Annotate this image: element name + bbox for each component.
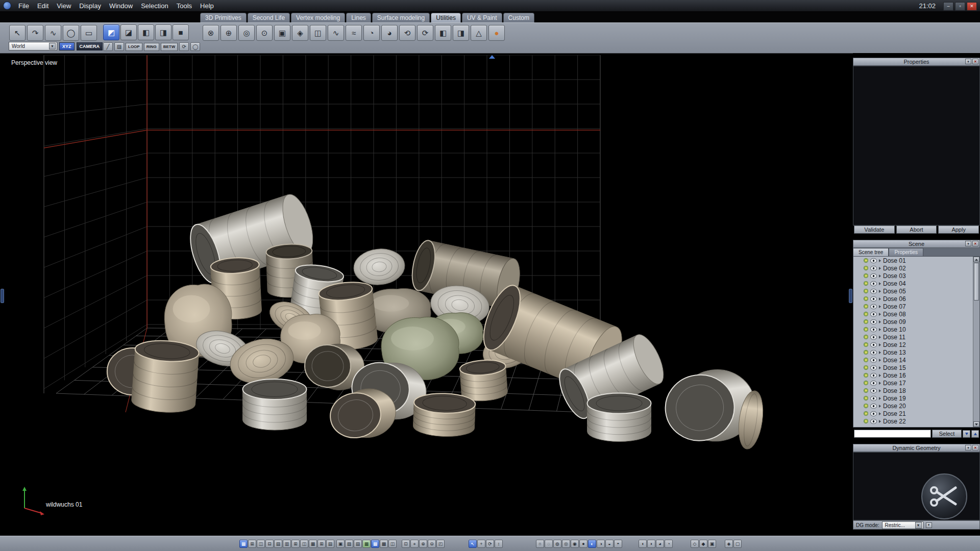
tab-custom[interactable]: Custom bbox=[503, 13, 534, 22]
visibility-toggle-icon[interactable] bbox=[870, 419, 877, 424]
expand-caret-icon[interactable] bbox=[879, 374, 881, 377]
visibility-toggle-icon[interactable] bbox=[870, 358, 877, 363]
toggle-rows-icon[interactable]: ▤ bbox=[354, 540, 362, 548]
scene-tree-item-dose-20[interactable]: Dose 20 bbox=[853, 402, 979, 410]
close-button[interactable]: ✕ bbox=[967, 2, 977, 11]
select-cursor-icon[interactable]: ↖ bbox=[469, 540, 477, 548]
layout-5-icon[interactable]: ▤ bbox=[274, 540, 282, 548]
center-selection-icon[interactable]: ⌖ bbox=[410, 540, 419, 548]
toggle-props-icon[interactable]: ▣ bbox=[336, 540, 345, 548]
taper-tool-icon[interactable]: ◔ bbox=[363, 25, 380, 41]
fit-view-icon[interactable]: ⊡ bbox=[402, 540, 410, 548]
paint-select-icon[interactable]: ▨ bbox=[114, 42, 124, 51]
scene-tree-item-dose-02[interactable]: Dose 02 bbox=[853, 264, 979, 272]
viewport-3d[interactable]: Perspective view wildwuchs 01 bbox=[4, 55, 850, 535]
vertex-mode-icon[interactable]: ◩ bbox=[103, 24, 119, 40]
left-panel-handle[interactable] bbox=[1, 289, 4, 303]
tab-surface-modeling[interactable]: Surface modeling bbox=[372, 13, 430, 22]
zoom-out-icon[interactable]: ⊖ bbox=[428, 540, 436, 548]
orbit-tool-icon[interactable]: ⟳ bbox=[486, 540, 494, 548]
thickness-tool-icon[interactable]: ⟳ bbox=[417, 25, 433, 41]
scene-tree-item-dose-19[interactable]: Dose 19 bbox=[853, 394, 979, 402]
expand-caret-icon[interactable] bbox=[879, 328, 881, 331]
soft-select-mode-icon[interactable]: ■ bbox=[173, 24, 189, 40]
scene-tree-item-dose-05[interactable]: Dose 05 bbox=[853, 287, 979, 295]
visibility-toggle-icon[interactable] bbox=[870, 289, 877, 294]
decimate-tool-icon[interactable]: △ bbox=[471, 25, 487, 41]
layout-9-icon[interactable]: ▦ bbox=[309, 540, 317, 548]
face-mode-icon[interactable]: ◧ bbox=[138, 24, 154, 40]
expand-caret-icon[interactable] bbox=[879, 336, 881, 339]
normals-off-icon[interactable]: ◔ bbox=[665, 540, 673, 548]
visibility-toggle-icon[interactable] bbox=[870, 342, 877, 347]
visibility-toggle-icon[interactable] bbox=[870, 365, 877, 370]
grow-selection-icon[interactable]: ⟳ bbox=[179, 42, 189, 51]
normals-back-icon[interactable]: ◗ bbox=[647, 540, 655, 548]
visibility-toggle-icon[interactable] bbox=[870, 335, 877, 340]
multi-copy-tool-icon[interactable]: ◫ bbox=[310, 25, 326, 41]
expand-caret-icon[interactable] bbox=[879, 320, 881, 323]
visibility-toggle-icon[interactable] bbox=[870, 281, 877, 286]
scene-tree-item-dose-18[interactable]: Dose 18 bbox=[853, 387, 979, 394]
scene-tree-item-dose-12[interactable]: Dose 12 bbox=[853, 341, 979, 348]
visibility-toggle-icon[interactable] bbox=[870, 319, 877, 324]
viewport-top-handle[interactable] bbox=[489, 55, 495, 59]
select-prev-icon[interactable] bbox=[963, 430, 970, 438]
circle-select-icon[interactable]: ◯ bbox=[63, 25, 79, 41]
normals-both-icon[interactable]: ◕ bbox=[656, 540, 664, 548]
select-button[interactable]: Select bbox=[932, 430, 962, 438]
shrink-selection-icon[interactable]: ◯ bbox=[190, 42, 200, 51]
toggle-panes-icon[interactable]: ◫ bbox=[388, 540, 397, 548]
properties-close-icon[interactable]: ✕ bbox=[972, 59, 978, 64]
delete-tool-icon[interactable]: ⊗ bbox=[203, 25, 219, 41]
twist-tool-icon[interactable]: ≈ bbox=[346, 25, 362, 41]
object-mode-icon[interactable]: ◨ bbox=[155, 24, 172, 40]
hidden-line-mode-icon[interactable]: ◌ bbox=[545, 540, 553, 548]
scene-tree-item-dose-11[interactable]: Dose 11 bbox=[853, 333, 979, 341]
betw-button[interactable]: BETW bbox=[161, 43, 178, 51]
material-ball-tool-icon[interactable]: ● bbox=[488, 25, 505, 41]
grid-toggle-icon[interactable]: ▦ bbox=[362, 540, 371, 548]
tab-scene-tree[interactable]: Scene tree bbox=[853, 248, 889, 256]
misc-gem-icon[interactable]: ◈ bbox=[725, 540, 733, 548]
apply-button[interactable]: Apply bbox=[938, 226, 979, 234]
curve-tool-icon[interactable]: ∿ bbox=[45, 25, 61, 41]
tab-lines[interactable]: Lines bbox=[346, 13, 371, 22]
expand-caret-icon[interactable] bbox=[879, 351, 881, 354]
pan-tool-icon[interactable]: + bbox=[477, 540, 485, 548]
weld-tool-icon[interactable]: ⊕ bbox=[220, 25, 237, 41]
scene-close-icon[interactable]: ✕ bbox=[972, 241, 978, 246]
visibility-toggle-icon[interactable] bbox=[870, 327, 877, 332]
expand-caret-icon[interactable] bbox=[879, 297, 881, 300]
layout-3-icon[interactable]: ◫ bbox=[257, 540, 265, 548]
select-next-icon[interactable] bbox=[971, 430, 979, 438]
snap-edge-icon[interactable]: ◆ bbox=[699, 540, 707, 548]
edge-pick-icon[interactable]: ╱ bbox=[103, 42, 113, 51]
world-dropdown[interactable]: World ▼ bbox=[9, 42, 57, 51]
dg-close-icon[interactable]: ✕ bbox=[972, 445, 978, 450]
expand-caret-icon[interactable] bbox=[879, 397, 881, 400]
layout-7-icon[interactable]: ⊞ bbox=[291, 540, 300, 548]
scene-tree-item-dose-15[interactable]: Dose 15 bbox=[853, 364, 979, 371]
toggle-fill-icon[interactable]: ▩ bbox=[380, 540, 388, 548]
zoom-region-icon[interactable]: ◰ bbox=[436, 540, 445, 548]
layout-6-icon[interactable]: ▥ bbox=[283, 540, 291, 548]
layout-10-icon[interactable]: ⊞ bbox=[317, 540, 326, 548]
scene-tree-item-dose-17[interactable]: Dose 17 bbox=[853, 379, 979, 387]
layout-4-icon[interactable]: ⊟ bbox=[265, 540, 274, 548]
expand-caret-icon[interactable] bbox=[879, 382, 881, 385]
expand-caret-icon[interactable] bbox=[879, 389, 881, 392]
flat-mode-icon[interactable]: ◍ bbox=[553, 540, 561, 548]
menu-display[interactable]: Display bbox=[75, 1, 105, 11]
textured-mode-icon[interactable]: ◐ bbox=[588, 540, 596, 548]
normals-front-icon[interactable]: ◖ bbox=[639, 540, 647, 548]
visibility-toggle-icon[interactable] bbox=[870, 411, 877, 416]
copy-tool-icon[interactable]: ▣ bbox=[274, 25, 290, 41]
bend-tool-icon[interactable]: ∿ bbox=[328, 25, 344, 41]
properties-collapse-icon[interactable]: ▾ bbox=[965, 59, 971, 64]
menu-edit[interactable]: Edit bbox=[33, 1, 53, 11]
expand-caret-icon[interactable] bbox=[879, 420, 881, 423]
maximize-button[interactable]: ▫ bbox=[955, 2, 965, 11]
xyz-toggle[interactable]: XYZ bbox=[59, 42, 75, 51]
smooth-lines-mode-icon[interactable]: ● bbox=[579, 540, 587, 548]
